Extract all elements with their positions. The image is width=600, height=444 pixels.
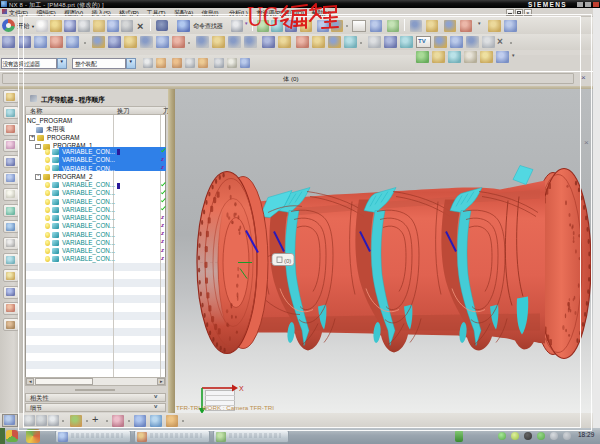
svg-text:X: X — [239, 385, 244, 392]
svg-text:(0): (0) — [284, 257, 291, 263]
svg-text:UG: UG — [247, 1, 279, 32]
